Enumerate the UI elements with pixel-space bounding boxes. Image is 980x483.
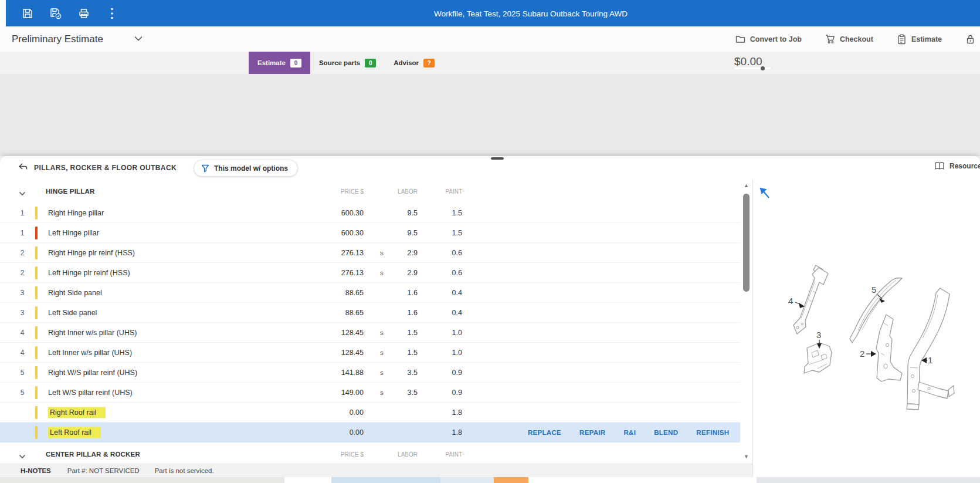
column-header-labor: LABOR <box>398 188 418 195</box>
part-row[interactable]: 1Right Hinge pillar600.309.51.5 <box>0 203 740 223</box>
background-window-edge <box>440 477 494 483</box>
part-row[interactable]: 5Right W/S pillar reinf (UHS)141.88s3.50… <box>0 363 740 383</box>
part-row[interactable]: 1Left Hinge pillar600.309.51.5 <box>0 223 740 243</box>
section-chevron-icon[interactable] <box>19 451 26 462</box>
parts-scrollbar[interactable]: ▲ ▼ <box>740 180 752 464</box>
save-icon <box>22 8 33 19</box>
scroll-down-icon[interactable]: ▼ <box>740 453 752 460</box>
action-replace-button[interactable]: REPLACE <box>528 429 561 436</box>
parts-panel-header: PILLARS, ROCKER & FLOOR OUTBACK This mod… <box>0 156 980 180</box>
checkout-label: Checkout <box>840 35 873 43</box>
part-price: 276.13 <box>341 269 364 277</box>
part-paint-hours: 0.9 <box>452 389 462 397</box>
row-est-number: 1 <box>16 209 28 217</box>
severity-bar <box>35 246 38 259</box>
workspace-background: EST # DESCRIPTION QTY EXT. PRICE $ LABOR… <box>0 74 980 156</box>
part-description: Left Hinge pillar <box>48 229 99 237</box>
part-row[interactable]: 3Left Side panel88.651.60.4 <box>0 303 740 323</box>
tab-source-parts-label: Source parts <box>319 59 360 66</box>
checkout-button[interactable]: Checkout <box>825 34 873 44</box>
print-button[interactable] <box>77 7 90 20</box>
tab-estimate[interactable]: Estimate 0 <box>249 52 310 74</box>
more-options-button[interactable] <box>106 7 118 20</box>
part-price: 128.45 <box>341 329 364 337</box>
save-and-close-button[interactable] <box>49 7 62 20</box>
part-row[interactable]: 2Right Hinge plr reinf (HSS)276.13s2.90.… <box>0 243 740 263</box>
action-ri-button[interactable]: R&I <box>623 429 636 436</box>
supplemental-flag: s <box>380 249 384 256</box>
part-note-text: Part is not serviced. <box>155 467 214 474</box>
row-est-number: 2 <box>16 269 28 277</box>
scrollbar-thumb[interactable] <box>743 194 750 292</box>
parts-section-header[interactable]: CENTER PILLAR & ROCKERPRICE $LABORPAINT <box>0 443 740 464</box>
part-description: Right Side panel <box>48 289 102 297</box>
severity-bar <box>35 346 38 359</box>
pillar-parts-diagram[interactable]: 4 3 5 2 1 <box>753 180 980 483</box>
part-description: Right W/S pillar reinf (UHS) <box>48 369 137 377</box>
background-window-edge <box>0 477 980 483</box>
part-row[interactable]: 5Left W/S pillar reinf (UHS)149.00s3.50.… <box>0 383 740 403</box>
save-button[interactable] <box>21 7 34 20</box>
parts-selection-panel: PILLARS, ROCKER & FLOOR OUTBACK This mod… <box>0 156 980 483</box>
part-labor-hours: 2.9 <box>408 249 418 257</box>
part-labor-hours: 1.5 <box>408 329 418 337</box>
part-paint-hours: 1.8 <box>452 428 462 437</box>
chevron-down-icon <box>133 35 144 43</box>
row-est-number: 1 <box>16 229 28 237</box>
scroll-up-icon[interactable]: ▲ <box>740 182 752 189</box>
action-blend-button[interactable]: BLEND <box>654 429 678 436</box>
part-row[interactable]: 2Left Hinge plr reinf (HSS)276.13s2.90.6 <box>0 263 740 283</box>
part-paint-hours: 1.0 <box>452 329 462 337</box>
part-price: 0.00 <box>350 428 364 437</box>
part-price: 600.30 <box>341 209 364 217</box>
filter-chip-label: This model w/ options <box>214 164 288 173</box>
row-est-number: 4 <box>16 349 28 357</box>
part-row[interactable]: 4Right Inner w/s pillar (UHS)128.45s1.51… <box>0 323 740 343</box>
part-row[interactable]: Left Roof rail0.001.8REPLACEREPAIRR&IBLE… <box>0 423 740 443</box>
slider-handle[interactable] <box>761 66 765 70</box>
part-price: 141.88 <box>341 369 364 377</box>
resources-button[interactable]: Resources <box>934 161 980 171</box>
part-paint-hours: 0.6 <box>452 269 462 277</box>
lock-button[interactable] <box>965 34 975 45</box>
clipboard-icon <box>897 34 907 45</box>
part-price: 276.13 <box>341 249 364 257</box>
part-description: Left Inner w/s pillar (UHS) <box>48 349 132 357</box>
back-button[interactable] <box>16 163 28 174</box>
part-row[interactable]: Right Roof rail0.001.8 <box>0 403 740 423</box>
part-price: 128.45 <box>341 349 364 357</box>
parts-group-title: PILLARS, ROCKER & FLOOR OUTBACK <box>34 164 177 172</box>
part-price: 149.00 <box>341 389 364 397</box>
row-est-number: 5 <box>16 389 28 397</box>
estimate-button[interactable]: Estimate <box>897 34 942 45</box>
tab-advisor[interactable]: Advisor ? <box>385 52 443 74</box>
panel-resize-handle[interactable] <box>491 157 504 160</box>
part-row[interactable]: 3Right Side panel88.651.60.4 <box>0 283 740 303</box>
section-chevron-icon[interactable] <box>19 188 26 199</box>
return-arrow-icon <box>16 163 28 172</box>
diagram-callout-3: 3 <box>816 330 821 340</box>
part-row[interactable]: 4Left Inner w/s pillar (UHS)128.45s1.51.… <box>0 343 740 363</box>
parts-section-header[interactable]: HINGE PILLARPRICE $LABORPAINT <box>0 180 740 203</box>
action-refinish-button[interactable]: REFINISH <box>696 429 729 436</box>
parts-list: HINGE PILLARPRICE $LABORPAINT1Right Hing… <box>0 180 740 464</box>
convert-to-job-button[interactable]: Convert to Job <box>735 35 802 44</box>
lock-icon <box>965 34 975 45</box>
estimate-type-dropdown[interactable] <box>133 35 144 45</box>
column-header-paint: PAINT <box>445 188 462 195</box>
estimate-total-slider[interactable] <box>734 67 771 69</box>
severity-bar <box>35 366 38 379</box>
action-repair-button[interactable]: REPAIR <box>579 429 605 436</box>
titlebar: Workfile, Teat Test, 2025 Subaru Outback… <box>6 0 980 26</box>
estimate-total: $0.00 <box>734 55 762 68</box>
model-options-filter-chip[interactable]: This model w/ options <box>194 160 298 177</box>
tab-estimate-badge: 0 <box>290 59 301 67</box>
row-est-number: 3 <box>16 289 28 297</box>
part-labor-hours: 9.5 <box>408 209 418 217</box>
severity-bar <box>35 286 38 299</box>
part-description: Left Roof rail <box>48 427 101 438</box>
tab-source-parts[interactable]: Source parts 0 <box>310 52 385 74</box>
part-description: Left W/S pillar reinf (UHS) <box>48 389 133 397</box>
supplemental-flag: s <box>380 369 384 376</box>
supplemental-flag: s <box>380 269 384 276</box>
